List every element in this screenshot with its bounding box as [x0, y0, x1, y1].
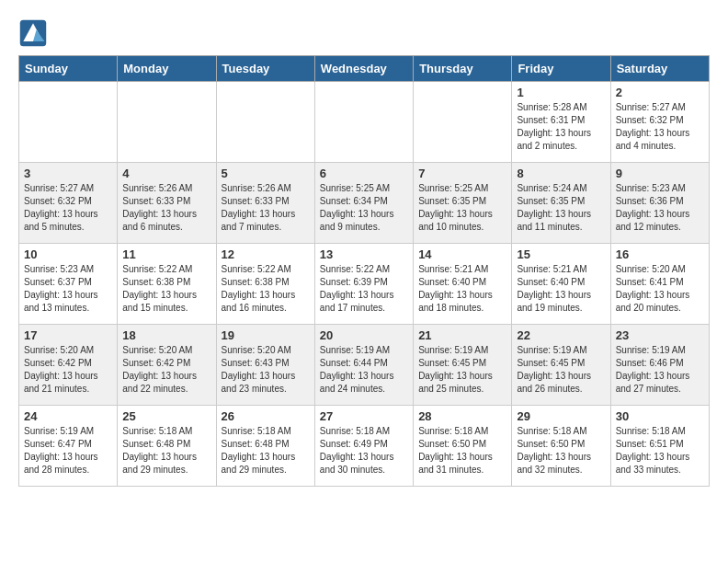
day-number: 11	[122, 247, 210, 261]
day-number: 26	[222, 409, 310, 423]
weekday-header: Monday	[118, 56, 216, 82]
day-number: 27	[320, 409, 408, 423]
day-number: 28	[418, 409, 506, 423]
day-info: Sunrise: 5:28 AM Sunset: 6:31 PM Dayligh…	[517, 101, 605, 153]
day-number: 8	[517, 167, 605, 180]
week-row: 1Sunrise: 5:28 AM Sunset: 6:31 PM Daylig…	[19, 82, 710, 163]
weekday-header: Friday	[512, 56, 610, 82]
day-info: Sunrise: 5:19 AM Sunset: 6:46 PM Dayligh…	[616, 344, 704, 396]
day-info: Sunrise: 5:22 AM Sunset: 6:38 PM Dayligh…	[122, 263, 210, 315]
calendar-cell: 11Sunrise: 5:22 AM Sunset: 6:38 PM Dayli…	[118, 244, 216, 325]
calendar-cell	[19, 82, 118, 163]
day-number: 30	[616, 409, 704, 423]
week-row: 10Sunrise: 5:23 AM Sunset: 6:37 PM Dayli…	[19, 244, 710, 325]
day-number: 17	[24, 328, 112, 342]
day-info: Sunrise: 5:21 AM Sunset: 6:40 PM Dayligh…	[418, 263, 506, 315]
day-info: Sunrise: 5:19 AM Sunset: 6:45 PM Dayligh…	[517, 344, 605, 396]
calendar-cell: 6Sunrise: 5:25 AM Sunset: 6:34 PM Daylig…	[314, 163, 413, 244]
calendar-cell: 17Sunrise: 5:20 AM Sunset: 6:42 PM Dayli…	[19, 325, 118, 406]
day-info: Sunrise: 5:20 AM Sunset: 6:42 PM Dayligh…	[122, 344, 210, 396]
weekday-header: Tuesday	[216, 56, 314, 82]
calendar-cell: 12Sunrise: 5:22 AM Sunset: 6:38 PM Dayli…	[216, 244, 314, 325]
calendar-cell: 18Sunrise: 5:20 AM Sunset: 6:42 PM Dayli…	[118, 325, 216, 406]
day-info: Sunrise: 5:21 AM Sunset: 6:40 PM Dayligh…	[517, 263, 605, 315]
calendar-cell: 22Sunrise: 5:19 AM Sunset: 6:45 PM Dayli…	[512, 325, 610, 406]
calendar-cell: 4Sunrise: 5:26 AM Sunset: 6:33 PM Daylig…	[118, 163, 216, 244]
calendar-cell: 16Sunrise: 5:20 AM Sunset: 6:41 PM Dayli…	[610, 244, 709, 325]
calendar-cell	[314, 82, 413, 163]
weekday-header: Sunday	[19, 56, 118, 82]
day-info: Sunrise: 5:19 AM Sunset: 6:45 PM Dayligh…	[418, 344, 506, 396]
day-number: 16	[616, 247, 704, 261]
day-info: Sunrise: 5:27 AM Sunset: 6:32 PM Dayligh…	[616, 101, 704, 153]
weekday-header-row: SundayMondayTuesdayWednesdayThursdayFrid…	[19, 56, 710, 82]
day-number: 21	[418, 328, 506, 342]
weekday-header: Wednesday	[314, 56, 413, 82]
calendar-cell	[216, 82, 314, 163]
calendar-cell: 13Sunrise: 5:22 AM Sunset: 6:39 PM Dayli…	[314, 244, 413, 325]
day-number: 12	[222, 247, 310, 261]
week-row: 17Sunrise: 5:20 AM Sunset: 6:42 PM Dayli…	[19, 325, 710, 406]
day-number: 19	[222, 328, 310, 342]
calendar-cell: 28Sunrise: 5:18 AM Sunset: 6:50 PM Dayli…	[414, 406, 512, 487]
logo-icon	[18, 18, 48, 48]
calendar-table: SundayMondayTuesdayWednesdayThursdayFrid…	[18, 55, 710, 487]
day-number: 13	[320, 247, 408, 261]
day-info: Sunrise: 5:27 AM Sunset: 6:32 PM Dayligh…	[24, 182, 112, 234]
calendar-cell: 24Sunrise: 5:19 AM Sunset: 6:47 PM Dayli…	[19, 406, 118, 487]
calendar-cell: 29Sunrise: 5:18 AM Sunset: 6:50 PM Dayli…	[512, 406, 610, 487]
day-info: Sunrise: 5:18 AM Sunset: 6:48 PM Dayligh…	[222, 425, 310, 477]
calendar-cell: 10Sunrise: 5:23 AM Sunset: 6:37 PM Dayli…	[19, 244, 118, 325]
day-info: Sunrise: 5:22 AM Sunset: 6:39 PM Dayligh…	[320, 263, 408, 315]
calendar-cell: 19Sunrise: 5:20 AM Sunset: 6:43 PM Dayli…	[216, 325, 314, 406]
day-number: 7	[418, 167, 506, 180]
day-info: Sunrise: 5:19 AM Sunset: 6:47 PM Dayligh…	[24, 425, 112, 477]
day-number: 9	[616, 167, 704, 180]
day-info: Sunrise: 5:23 AM Sunset: 6:37 PM Dayligh…	[24, 263, 112, 315]
day-number: 20	[320, 328, 408, 342]
day-number: 3	[24, 167, 112, 180]
day-info: Sunrise: 5:22 AM Sunset: 6:38 PM Dayligh…	[222, 263, 310, 315]
week-row: 3Sunrise: 5:27 AM Sunset: 6:32 PM Daylig…	[19, 163, 710, 244]
day-number: 5	[222, 167, 310, 180]
day-info: Sunrise: 5:20 AM Sunset: 6:41 PM Dayligh…	[616, 263, 704, 315]
calendar-cell: 30Sunrise: 5:18 AM Sunset: 6:51 PM Dayli…	[610, 406, 709, 487]
calendar-cell: 1Sunrise: 5:28 AM Sunset: 6:31 PM Daylig…	[512, 82, 610, 163]
day-number: 4	[122, 167, 210, 180]
day-info: Sunrise: 5:25 AM Sunset: 6:34 PM Dayligh…	[320, 182, 408, 234]
day-number: 29	[517, 409, 605, 423]
calendar-cell: 27Sunrise: 5:18 AM Sunset: 6:49 PM Dayli…	[314, 406, 413, 487]
day-info: Sunrise: 5:18 AM Sunset: 6:49 PM Dayligh…	[320, 425, 408, 477]
calendar-cell: 26Sunrise: 5:18 AM Sunset: 6:48 PM Dayli…	[216, 406, 314, 487]
day-number: 23	[616, 328, 704, 342]
day-number: 10	[24, 247, 112, 261]
day-info: Sunrise: 5:23 AM Sunset: 6:36 PM Dayligh…	[616, 182, 704, 234]
day-number: 25	[122, 409, 210, 423]
weekday-header: Saturday	[610, 56, 709, 82]
day-number: 15	[517, 247, 605, 261]
header	[18, 18, 710, 48]
calendar-cell	[414, 82, 512, 163]
calendar-cell: 15Sunrise: 5:21 AM Sunset: 6:40 PM Dayli…	[512, 244, 610, 325]
calendar-cell: 25Sunrise: 5:18 AM Sunset: 6:48 PM Dayli…	[118, 406, 216, 487]
calendar-cell: 8Sunrise: 5:24 AM Sunset: 6:35 PM Daylig…	[512, 163, 610, 244]
day-info: Sunrise: 5:18 AM Sunset: 6:50 PM Dayligh…	[517, 425, 605, 477]
day-number: 6	[320, 167, 408, 180]
calendar-cell	[118, 82, 216, 163]
week-row: 24Sunrise: 5:19 AM Sunset: 6:47 PM Dayli…	[19, 406, 710, 487]
day-number: 22	[517, 328, 605, 342]
day-info: Sunrise: 5:19 AM Sunset: 6:44 PM Dayligh…	[320, 344, 408, 396]
day-info: Sunrise: 5:24 AM Sunset: 6:35 PM Dayligh…	[517, 182, 605, 234]
day-number: 2	[616, 86, 704, 99]
day-info: Sunrise: 5:26 AM Sunset: 6:33 PM Dayligh…	[222, 182, 310, 234]
day-number: 1	[517, 86, 605, 99]
calendar-cell: 5Sunrise: 5:26 AM Sunset: 6:33 PM Daylig…	[216, 163, 314, 244]
page-container: SundayMondayTuesdayWednesdayThursdayFrid…	[0, 0, 728, 496]
calendar-cell: 3Sunrise: 5:27 AM Sunset: 6:32 PM Daylig…	[19, 163, 118, 244]
calendar-cell: 9Sunrise: 5:23 AM Sunset: 6:36 PM Daylig…	[610, 163, 709, 244]
day-info: Sunrise: 5:26 AM Sunset: 6:33 PM Dayligh…	[122, 182, 210, 234]
calendar-cell: 20Sunrise: 5:19 AM Sunset: 6:44 PM Dayli…	[314, 325, 413, 406]
logo	[18, 18, 51, 48]
day-info: Sunrise: 5:18 AM Sunset: 6:48 PM Dayligh…	[122, 425, 210, 477]
day-number: 14	[418, 247, 506, 261]
